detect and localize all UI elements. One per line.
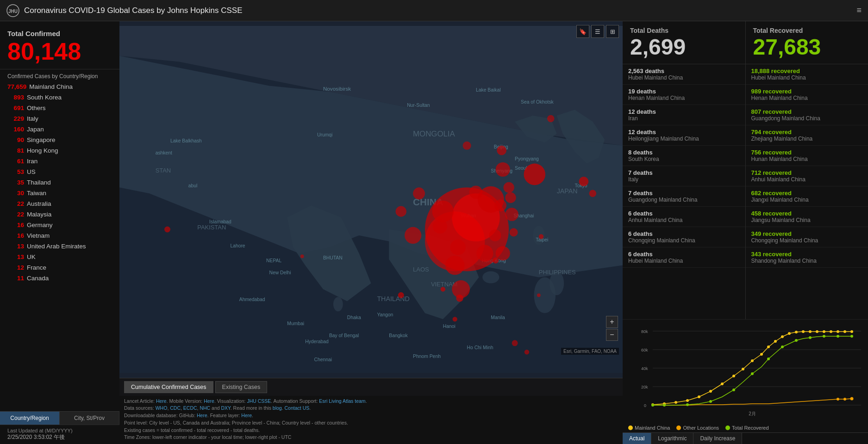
svg-point-130 [686,403,689,406]
country-name: South Korea [27,94,62,101]
region-tab[interactable]: Country/Region [0,412,60,425]
map-container[interactable]: MONGOLIA CHINA JAPAN PAKISTAN STAN LAOS … [119,21,623,378]
svg-text:Bay of Bengal: Bay of Bengal [329,333,359,338]
svg-point-55 [432,201,454,222]
chart-tab[interactable]: Actual [623,433,651,444]
country-name: France [27,264,46,271]
svg-point-74 [512,340,518,346]
header-left: JHU Coronavirus COVID-19 Global Cases by… [6,4,242,17]
svg-text:Hanoi: Hanoi [443,324,456,329]
country-list-item[interactable]: 90Singapore [0,135,119,145]
country-name: Thailand [27,179,51,186]
chart-tab[interactable]: Daily Increase [693,433,742,444]
svg-point-134 [767,358,770,360]
svg-text:20k: 20k [641,385,648,389]
deaths-list-item: 6 deathsChongqing Mainland China [623,227,745,247]
country-list-item[interactable]: 77,659Mainland China [0,81,119,92]
recovered-location: Henan Mainland China [751,95,863,101]
recovered-count: 794 recovered [751,129,863,136]
country-list-item[interactable]: 13UK [0,252,119,262]
list-tool-button[interactable]: ☰ [591,25,604,38]
svg-point-106 [709,390,712,393]
svg-point-135 [781,345,784,348]
svg-point-125 [850,397,854,401]
country-list-item[interactable]: 61Iran [0,156,119,166]
menu-icon[interactable]: ≡ [856,6,862,15]
deaths-location: Hubei Mainland China [628,74,740,81]
country-list-item[interactable]: 11Canada [0,273,119,284]
svg-text:STAN: STAN [156,167,171,174]
legend-label: Mainland China [635,425,670,431]
country-count: 16 [7,222,24,228]
country-name: Mainland China [29,83,73,90]
bookmark-tool-button[interactable]: 🔖 [576,25,589,38]
svg-point-120 [823,330,825,333]
country-list[interactable]: 77,659Mainland China893South Korea691Oth… [0,81,119,411]
deaths-panel[interactable]: 2,563 deathsHubei Mainland China19 death… [623,64,746,319]
country-list-item[interactable]: 81Hong Kong [0,145,119,156]
svg-text:LAOS: LAOS [413,266,429,273]
recovered-list-item: 794 recoveredZhejiang Mainland China [746,125,868,146]
country-list-item[interactable]: 12France [0,262,119,273]
country-list-item[interactable]: 53US [0,166,119,177]
svg-point-80 [476,245,493,262]
zoom-in-button[interactable]: + [606,316,618,328]
country-name: Others [27,105,46,111]
region-tab[interactable]: City, St/Prov [60,412,119,425]
country-count: 691 [7,105,24,111]
country-name: Canada [27,275,49,282]
svg-point-76 [537,293,541,297]
svg-point-83 [489,229,501,241]
svg-text:40k: 40k [641,366,648,371]
recovered-location: Hubei Mainland China [751,74,863,81]
country-list-item[interactable]: 691Others [0,103,119,113]
svg-point-75 [525,350,529,354]
chart-legend-item: Mainland China [628,425,670,431]
svg-point-136 [795,339,798,342]
svg-text:Manila: Manila [491,315,505,320]
recovered-count: 349 recovered [751,230,863,237]
svg-point-70 [493,258,499,264]
total-confirmed-box: Total Confirmed 80,148 [0,21,119,69]
svg-point-114 [781,335,784,338]
recovered-panel[interactable]: 18,888 recoveredHubei Mainland China989 … [746,64,868,319]
chart-legend-item: Other Locations [676,425,719,431]
deaths-list-item: 7 deathsGuangdong Mainland China [623,186,745,207]
deaths-list-item: 2,563 deathsHubei Mainland China [623,64,745,85]
country-name: Iran [27,158,37,165]
country-count: 81 [7,147,24,154]
map-footer-line: Data sources: WHO, CDC, ECDC, NHC and DX… [124,405,618,412]
svg-point-109 [742,368,744,370]
svg-text:New Delhi: New Delhi [269,270,291,275]
recovered-count: 756 recovered [751,149,863,156]
country-list-item[interactable]: 893South Korea [0,92,119,103]
map-toolbar: 🔖 ☰ ⊞ [576,25,619,38]
deaths-list-item: 7 deathsItaly [623,166,745,186]
country-list-item[interactable]: 22Australia [0,198,119,209]
region-tab-row: Country/RegionCity, St/Prov [0,411,119,425]
country-list-item[interactable]: 22Malaysia [0,209,119,220]
svg-point-127 [837,398,839,401]
country-list-item[interactable]: 16Germany [0,220,119,230]
country-count: 22 [7,211,24,218]
country-list-item[interactable]: 13United Arab Emirates [0,241,119,252]
country-list-item[interactable]: 229Italy [0,113,119,124]
country-list-item[interactable]: 16Vietnam [0,230,119,241]
map-tab[interactable]: Existing Cases [215,381,268,393]
svg-text:60k: 60k [641,348,648,352]
country-list-item[interactable]: 160Japan [0,124,119,135]
svg-point-111 [760,353,763,356]
zoom-out-button[interactable]: − [606,329,618,341]
grid-tool-button[interactable]: ⊞ [606,25,619,38]
svg-point-138 [823,335,825,338]
map-tab[interactable]: Cumulative Confirmed Cases [124,381,213,393]
chart-tab[interactable]: Logarithmic [651,433,693,444]
deaths-count: 8 deaths [628,149,740,156]
country-list-item[interactable]: 35Thailand [0,177,119,188]
country-list-item[interactable]: 30Taiwan [0,188,119,198]
svg-point-85 [469,185,482,198]
jhu-logo-icon: JHU [6,4,19,17]
country-name: Vietnam [27,232,50,239]
deaths-location: Guangdong Mainland China [628,197,740,203]
map-bottom-tabs: Cumulative Confirmed CasesExisting Cases [119,378,623,396]
